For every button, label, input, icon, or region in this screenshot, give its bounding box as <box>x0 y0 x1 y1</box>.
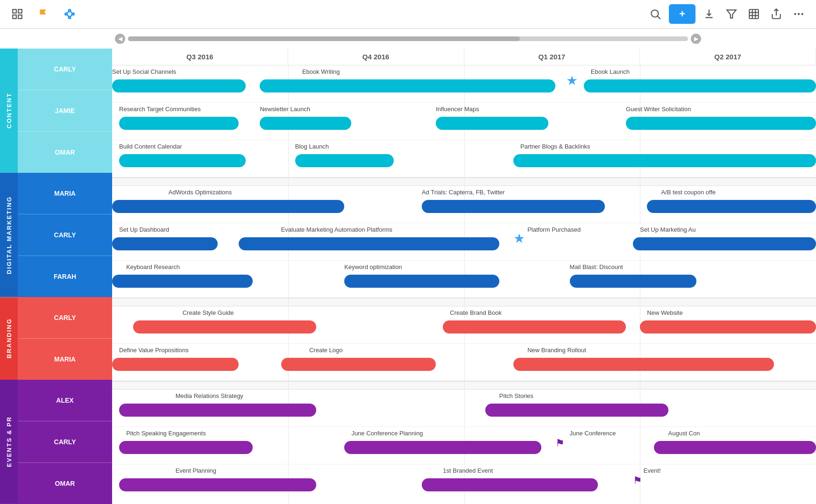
group-digital-members: MARIA CARLY FARAH <box>18 173 112 297</box>
member-carly-branding[interactable]: CARLY <box>18 297 112 339</box>
label-partner-blogs: Partner Blogs & Backlinks <box>520 143 590 150</box>
timeline-area: Q3 2016 Q4 2016 Q1 2017 Q2 2017 Set Up S… <box>112 49 816 504</box>
milestone-platform-purchased-star: ★ <box>513 231 525 246</box>
flow-icon[interactable] <box>61 5 78 23</box>
bar-pitch-speaking[interactable] <box>119 441 253 454</box>
member-omar-events[interactable]: OMAR <box>18 463 112 504</box>
bar-research-communities[interactable] <box>119 117 239 130</box>
svg-point-20 <box>794 13 796 15</box>
bar-setup-marketing-au[interactable] <box>633 237 816 250</box>
label-pitch-stories: Pitch Stories <box>499 392 533 399</box>
quarter-q4-2016: Q4 2016 <box>288 49 464 65</box>
gantt-row-content-carly: Set Up Social Channels Ebook Writing ★ E… <box>112 65 816 103</box>
gantt-row-digital-carly: Set Up Dashboard Evaluate Marketing Auto… <box>112 223 816 261</box>
label-brand-book: Create Brand Book <box>450 309 502 316</box>
bar-event-planning[interactable] <box>119 478 316 491</box>
bar-keyword-opt[interactable] <box>344 275 499 288</box>
bar-blog-launch[interactable] <box>295 154 394 167</box>
svg-point-6 <box>72 13 74 15</box>
bar-pitch-stories[interactable] <box>485 404 668 417</box>
label-june-conf: June Conference <box>570 430 616 437</box>
svg-marker-14 <box>727 10 736 18</box>
scroll-right-arrow[interactable]: ▶ <box>691 34 701 44</box>
label-research-communities: Research Target Communities <box>119 106 201 113</box>
bar-evaluate-marketing[interactable] <box>239 237 499 250</box>
label-event-exclaim: Event! <box>644 467 661 474</box>
quarter-q1-2017: Q1 2017 <box>464 49 640 65</box>
download-icon[interactable] <box>700 5 718 23</box>
bar-style-guide[interactable] <box>133 320 316 334</box>
bar-build-calendar[interactable] <box>119 154 246 167</box>
timeline-scrollbar[interactable]: ◀ ▶ <box>0 29 816 49</box>
filter-icon[interactable] <box>723 5 740 23</box>
bar-new-website[interactable] <box>640 320 816 334</box>
bar-ab-test[interactable] <box>647 200 816 213</box>
member-jamie-content[interactable]: JAMIE <box>18 90 112 132</box>
label-platform-purchased: Platform Purchased <box>527 226 581 233</box>
bar-ad-trials[interactable] <box>422 200 605 213</box>
add-icon: + <box>679 8 685 20</box>
gantt-row-content-jamie: Research Target Communities Newsletter L… <box>112 103 816 140</box>
gantt-row-digital-farah: Keyboard Research Keyword optimization M… <box>112 261 816 298</box>
label-mail-blast: Mail Blast: Discount <box>570 263 623 270</box>
grid-icon[interactable] <box>8 5 26 23</box>
bar-june-conf-planning[interactable] <box>344 441 541 454</box>
bar-create-logo[interactable] <box>281 358 436 371</box>
member-carly-events[interactable]: CARLY <box>18 421 112 463</box>
bar-partner-blogs[interactable] <box>513 154 816 167</box>
label-value-props: Define Value Propositions <box>119 347 189 354</box>
member-carly-content[interactable]: CARLY <box>18 49 112 90</box>
bar-guest-writer[interactable] <box>626 117 816 130</box>
label-keyboard-research: Keyboard Research <box>126 263 180 270</box>
bar-media-relations[interactable] <box>119 404 316 417</box>
member-maria-branding[interactable]: MARIA <box>18 339 112 380</box>
bar-august-con[interactable] <box>654 441 816 454</box>
member-maria-digital[interactable]: MARIA <box>18 173 112 214</box>
scrollbar-thumb[interactable] <box>128 36 520 41</box>
bar-1st-branded-event[interactable] <box>422 478 598 491</box>
bar-setup-dashboard[interactable] <box>112 237 218 250</box>
bar-adwords[interactable] <box>112 200 344 213</box>
svg-point-4 <box>65 13 67 15</box>
svg-line-10 <box>67 14 69 17</box>
bar-brand-book[interactable] <box>443 320 626 334</box>
gantt-row-content-omar: Build Content Calendar Blog Launch Partn… <box>112 140 816 177</box>
share-icon[interactable] <box>767 5 785 23</box>
member-omar-content[interactable]: OMAR <box>18 132 112 173</box>
member-alex-events[interactable]: ALEX <box>18 380 112 421</box>
bar-mail-blast[interactable] <box>570 275 696 288</box>
search-icon[interactable] <box>646 5 664 23</box>
label-setup-social: Set Up Social Channels <box>112 68 176 75</box>
milestone-ebook-launch-star: ★ <box>566 73 578 88</box>
label-adwords: AdWords Optimizations <box>169 189 232 196</box>
label-newsletter-launch: Newsletter Launch <box>260 106 310 113</box>
label-pitch-speaking: Pitch Speaking Engagements <box>126 430 206 437</box>
scroll-left-arrow[interactable]: ◀ <box>115 34 125 44</box>
flag-icon[interactable] <box>35 5 52 23</box>
label-setup-dashboard: Set Up Dashboard <box>119 226 169 233</box>
bar-value-props[interactable] <box>112 358 239 371</box>
bar-newsletter-launch[interactable] <box>260 117 351 130</box>
group-events-members: ALEX CARLY OMAR <box>18 380 112 504</box>
label-style-guide: Create Style Guide <box>183 309 234 316</box>
toolbar-left <box>8 5 78 23</box>
gantt-row-events-omar: Event Planning 1st Branded Event ⚑ Event… <box>112 464 816 502</box>
bar-keyboard-research[interactable] <box>112 275 253 288</box>
table-icon[interactable] <box>745 5 763 23</box>
group-content: CONTENT CARLY JAMIE OMAR <box>0 49 112 173</box>
bar-setup-social[interactable] <box>112 79 246 92</box>
more-icon[interactable] <box>790 5 808 23</box>
label-ebook-writing: Ebook Writing <box>302 68 340 75</box>
label-new-website: New Website <box>647 309 682 316</box>
bar-branding-rollout[interactable] <box>513 358 774 371</box>
member-carly-digital[interactable]: CARLY <box>18 214 112 256</box>
member-farah-digital[interactable]: FARAH <box>18 256 112 297</box>
label-evaluate-marketing: Evaluate Marketing Automation Platforms <box>281 226 392 233</box>
bar-ebook-launch[interactable] <box>584 79 816 92</box>
add-button[interactable]: + <box>669 4 695 24</box>
bar-ebook-writing[interactable] <box>260 79 555 92</box>
group-events: EVENTS & PR ALEX CARLY OMAR <box>0 380 112 504</box>
group-branding-label: BRANDING <box>0 297 18 380</box>
scrollbar-track[interactable] <box>128 36 688 41</box>
bar-influencer-maps[interactable] <box>436 117 548 130</box>
